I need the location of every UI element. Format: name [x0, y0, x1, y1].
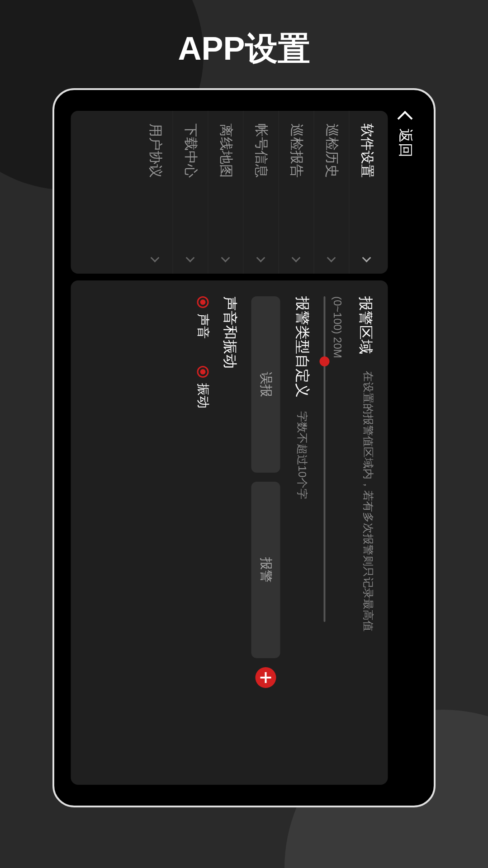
chevron-right-icon: [256, 253, 265, 262]
alarm-area-hint: 在设置的报警值区域内，若有多次报警则只记录最高值: [360, 371, 375, 631]
custom-type-input-2[interactable]: [251, 482, 280, 658]
sidebar-item-label: 离线地图: [216, 123, 235, 178]
sound-vibration-title: 声音和振动: [219, 296, 239, 769]
back-button[interactable]: 返回: [392, 111, 417, 785]
sidebar-item-software-settings[interactable]: 软件设置: [349, 111, 384, 274]
sidebar-item-offline-map[interactable]: 离线地图: [208, 111, 243, 274]
radio-dot-icon: [197, 296, 208, 308]
chevron-right-icon: [292, 253, 301, 262]
alarm-area-slider[interactable]: [323, 296, 325, 622]
page-title: APP设置: [0, 27, 488, 71]
sidebar-item-account-info[interactable]: 帐号信息: [243, 111, 278, 274]
chevron-right-icon: [186, 253, 195, 262]
sidebar-item-inspection-history[interactable]: 巡检历史: [313, 111, 349, 274]
chevron-right-icon: [362, 253, 371, 262]
radio-sound[interactable]: 声音: [194, 296, 211, 339]
chevron-right-icon: [151, 253, 160, 262]
sidebar-item-inspection-report[interactable]: 巡检报告: [278, 111, 313, 274]
chevron-right-icon: [221, 253, 230, 262]
chevron-right-icon: [327, 253, 336, 262]
custom-type-input-1[interactable]: [251, 296, 280, 473]
sidebar-item-download-center[interactable]: 下载中心: [172, 111, 208, 274]
device-frame: 返回 软件设置 巡检历史 巡检报告: [52, 88, 436, 807]
radio-label: 振动: [194, 383, 211, 408]
sidebar-item-label: 软件设置: [357, 123, 376, 178]
back-label: 返回: [395, 128, 415, 157]
chevron-left-icon: [397, 111, 412, 126]
settings-content: 报警区域 在设置的报警值区域内，若有多次报警则只记录最高值 (0~100) 20…: [71, 280, 388, 785]
sidebar-item-label: 用户协议: [146, 123, 164, 178]
sidebar: 软件设置 巡检历史 巡检报告 帐号信息: [71, 111, 388, 274]
alarm-area-title: 报警区域: [355, 296, 375, 357]
sidebar-item-label: 巡检报告: [287, 123, 305, 178]
sidebar-item-user-agreement[interactable]: 用户协议: [137, 111, 172, 274]
radio-vibration[interactable]: 振动: [194, 366, 211, 408]
slider-thumb[interactable]: [319, 356, 329, 366]
sidebar-item-label: 巡检历史: [322, 123, 341, 178]
slider-range-label: (0~100) 20M: [331, 296, 343, 769]
add-type-button[interactable]: [255, 667, 276, 688]
custom-type-title: 报警类型自定义: [292, 296, 312, 398]
custom-type-hint: 字数不超过10个字: [294, 411, 309, 499]
sidebar-item-label: 下载中心: [181, 123, 199, 178]
sidebar-item-label: 帐号信息: [251, 123, 270, 178]
radio-dot-icon: [197, 366, 208, 378]
radio-label: 声音: [194, 313, 211, 339]
